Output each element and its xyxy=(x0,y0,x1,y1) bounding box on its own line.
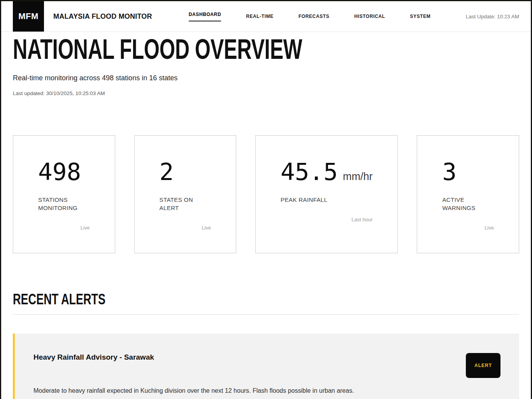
dashboard-page: NATIONAL FLOOD OVERVIEW Real-time monito… xyxy=(13,35,519,399)
nav-item-real-time[interactable]: REAL-TIME xyxy=(246,14,274,19)
top-header: MFM MALAYSIA FLOOD MONITOR DASHBOARD REA… xyxy=(1,1,531,32)
stat-card-active-warnings: 3 ACTIVE WARNINGS Live xyxy=(417,135,519,253)
stat-value-number: 3 xyxy=(442,158,457,185)
alert-status-badge: ALERT xyxy=(466,353,500,378)
alert-description: Moderate to heavy rainfall expected in K… xyxy=(33,387,354,395)
stats-grid: 498 STATIONS MONITORING Live 2 STATES ON… xyxy=(13,135,519,253)
page-title: NATIONAL FLOOD OVERVIEW xyxy=(13,35,377,63)
stat-value-number: 45.5 xyxy=(281,158,338,185)
stat-value-number: 498 xyxy=(38,158,81,185)
stat-label: STATIONS MONITORING xyxy=(38,196,90,212)
stat-card-peak-rainfall: 45.5mm/hr PEAK RAINFALL Last hour xyxy=(255,135,398,253)
main-nav: DASHBOARD REAL-TIME FORECASTS HISTORICAL… xyxy=(189,12,431,21)
stat-label: ACTIVE WARNINGS xyxy=(442,196,494,212)
stat-value: 498 xyxy=(38,158,90,185)
stat-card-states-on-alert: 2 STATES ON ALERT Live xyxy=(134,135,237,253)
section-divider xyxy=(13,314,519,315)
nav-item-dashboard[interactable]: DASHBOARD xyxy=(189,12,221,21)
app-logo-text: MFM xyxy=(18,11,39,21)
nav-item-forecasts[interactable]: FORECASTS xyxy=(298,14,329,19)
app-title: MALAYSIA FLOOD MONITOR xyxy=(53,12,152,21)
stat-note: Live xyxy=(38,225,90,231)
page-last-updated: Last updated: 30/10/2025, 10:25:03 AM xyxy=(13,90,519,96)
recent-alerts-heading: RECENT ALERTS xyxy=(13,291,393,308)
header-last-update: Last Update: 10:23 AM xyxy=(466,14,519,19)
stat-card-stations-monitoring: 498 STATIONS MONITORING Live xyxy=(13,135,115,253)
stat-value: 45.5mm/hr xyxy=(281,158,372,185)
alert-title: Heavy Rainfall Advisory - Sarawak xyxy=(33,353,354,362)
stat-value-unit: mm/hr xyxy=(343,171,373,182)
stat-label: PEAK RAINFALL xyxy=(281,196,343,204)
stat-note: Live xyxy=(442,225,494,231)
page-subtitle: Real-time monitoring across 498 stations… xyxy=(13,74,519,83)
stat-value: 2 xyxy=(160,158,211,185)
stat-note: Live xyxy=(160,225,211,231)
nav-item-system[interactable]: SYSTEM xyxy=(410,14,430,19)
alert-list-item[interactable]: Heavy Rainfall Advisory - Sarawak Modera… xyxy=(13,334,519,399)
nav-item-historical[interactable]: HISTORICAL xyxy=(354,14,385,19)
app-logo: MFM xyxy=(13,1,44,32)
stat-value-number: 2 xyxy=(160,158,174,185)
stat-label: STATES ON ALERT xyxy=(160,196,211,212)
stat-note: Last hour xyxy=(281,217,372,222)
alert-body: Heavy Rainfall Advisory - Sarawak Modera… xyxy=(33,353,354,395)
stat-value: 3 xyxy=(442,158,494,185)
